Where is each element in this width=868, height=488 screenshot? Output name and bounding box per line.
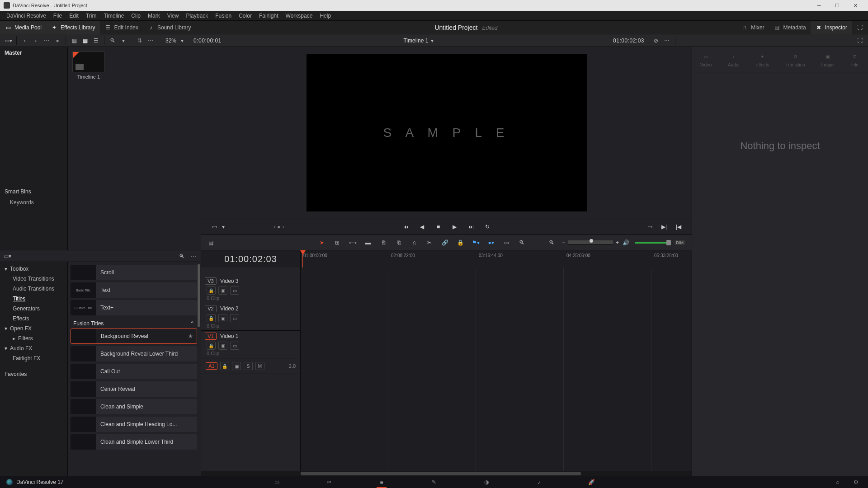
clip-timeline1[interactable]: Timeline 1 [72, 52, 105, 80]
viewer-timecode[interactable]: 01:00:02:03 [613, 38, 644, 44]
title-text[interactable]: Basic TitleText [71, 282, 197, 298]
fx-scrollbar[interactable] [198, 264, 200, 327]
expand-inspector-icon[interactable]: ⛶ [855, 36, 864, 45]
timeline-zoom-slider[interactable]: −+ [562, 239, 619, 246]
title-clean-simple-lt[interactable]: Clean and Simple Lower Third [71, 434, 197, 450]
settings-button[interactable]: ⚙ [850, 478, 862, 487]
dynamic-trim-icon[interactable]: ⟷ [348, 238, 358, 248]
timeline-ruler[interactable]: 01:00:00:00 02:08:22:00 03:16:44:00 04:2… [301, 250, 692, 267]
timeline-tracks-area[interactable] [301, 267, 692, 471]
lock-icon[interactable]: 🔒 [455, 238, 465, 248]
metadata-view-icon[interactable]: ▦ [70, 36, 79, 45]
master-bin[interactable]: Master [0, 47, 67, 59]
options-icon[interactable]: ⋯ [146, 36, 155, 45]
favorites-header[interactable]: Favorites [0, 368, 67, 380]
record-icon[interactable]: ● [53, 36, 62, 45]
auto-select-icon[interactable]: ▣ [232, 362, 241, 370]
volume-slider[interactable] [635, 242, 671, 244]
maximize-button[interactable]: ☐ [828, 0, 846, 11]
snap-icon[interactable]: ▭ [501, 238, 511, 248]
viewer-options-icon[interactable]: ⋯ [662, 36, 671, 45]
ellipsis-icon[interactable]: ⋯ [42, 36, 51, 45]
effects-node[interactable]: Effects [0, 314, 67, 324]
play-button[interactable]: ▶ [450, 222, 460, 232]
menu-fairlight[interactable]: Fairlight [255, 13, 282, 19]
edit-index-toggle[interactable]: ☰ Edit Index [100, 21, 143, 34]
chevron-down-icon[interactable]: ▾ [222, 224, 225, 230]
disable-icon[interactable]: ▭ [230, 314, 239, 322]
menu-workspace[interactable]: Workspace [282, 13, 316, 19]
lock-icon[interactable]: 🔒 [207, 342, 216, 350]
page-color[interactable]: ◑ [481, 478, 492, 487]
open-fx-node[interactable]: ▾Open FX [0, 324, 67, 333]
timeline-timecode[interactable]: 01:00:02:03 [201, 250, 301, 267]
trim-tool-icon[interactable]: ⊞ [332, 238, 342, 248]
menu-color[interactable]: Color [235, 13, 255, 19]
inspector-tab-video[interactable]: ▭Video [700, 52, 712, 67]
page-fusion[interactable]: ✎ [428, 478, 440, 487]
page-fairlight[interactable]: ♪ [533, 478, 545, 487]
match-icon[interactable]: ▭ [645, 222, 655, 232]
sound-library-toggle[interactable]: ♪ Sound Library [143, 21, 196, 34]
insert-icon[interactable]: ⎘ [378, 238, 388, 248]
nav-fwd-icon[interactable]: › [31, 36, 40, 45]
page-media[interactable]: ▭ [271, 478, 283, 487]
title-scroll[interactable]: Scroll [71, 265, 197, 280]
lock-icon[interactable]: 🔒 [207, 286, 216, 295]
auto-select-icon[interactable]: ▣ [218, 286, 227, 295]
razor-icon[interactable]: ✂ [425, 238, 434, 248]
dim-button[interactable]: DIM [675, 240, 686, 245]
track-v3[interactable]: V3Video 3 🔒▣▭ 0 Clip [201, 276, 300, 303]
title-clean-simple[interactable]: Clean and Simple [71, 399, 197, 414]
bypass-icon[interactable]: ⊘ [651, 36, 660, 45]
inspector-tab-audio[interactable]: ♪Audio [728, 52, 740, 67]
fx-options-icon[interactable]: ⋯ [189, 252, 198, 261]
viewer-canvas[interactable]: S A M P L E [307, 54, 587, 211]
menu-file[interactable]: File [50, 13, 66, 19]
last-frame-button[interactable]: ⏭ [466, 222, 476, 232]
page-cut[interactable]: ✂ [323, 478, 335, 487]
star-icon[interactable]: ★ [188, 333, 193, 339]
replace-icon[interactable]: ⎌ [409, 238, 419, 248]
inspector-tab-effects[interactable]: ✦Effects [755, 52, 769, 67]
zoom-tool-icon[interactable]: 🔍︎ [517, 238, 527, 248]
page-edit[interactable]: ≡ [376, 478, 387, 487]
inspector-tab-transition[interactable]: ⧉Transition [785, 52, 805, 67]
metadata-toggle[interactable]: ▤ Metadata [769, 21, 811, 34]
title-background-reveal[interactable]: Background Reveal★ [71, 328, 197, 344]
in-icon[interactable]: |◀ [674, 222, 684, 232]
home-button[interactable]: ⌂ [832, 478, 844, 487]
toolbox-node[interactable]: ▾Toolbox [0, 264, 67, 274]
timeline-view-icon[interactable]: ▤ [206, 238, 216, 248]
effects-library-toggle[interactable]: ✦ Effects Library [46, 21, 99, 34]
video-transitions-node[interactable]: Video Transitions [0, 274, 67, 284]
menu-edit[interactable]: Edit [66, 13, 82, 19]
menu-trim[interactable]: Trim [82, 13, 100, 19]
fullscreen-button[interactable]: ⛶ [852, 21, 868, 34]
lock-icon[interactable]: 🔒 [207, 314, 216, 322]
track-v2[interactable]: V2Video 2 🔒▣▭ 0 Clip [201, 303, 300, 331]
inspector-tab-image[interactable]: ▣Image [821, 52, 834, 67]
timeline-name[interactable]: Timeline 1 [403, 38, 428, 44]
close-button[interactable]: ✕ [846, 0, 864, 11]
title-call-out[interactable]: Call Out [71, 364, 197, 379]
next-marker-icon[interactable]: › [282, 224, 284, 230]
sort-icon[interactable]: ⇅ [135, 36, 144, 45]
track-a1[interactable]: A1 🔒 ▣ S M 2.0 [201, 358, 300, 374]
smart-bins-header[interactable]: Smart Bins [0, 186, 67, 197]
zoom-out-icon[interactable]: 🔍︎ [547, 238, 557, 248]
title-center-reveal[interactable]: Center Reveal [71, 381, 197, 397]
media-pool-clips[interactable]: Timeline 1 [68, 47, 201, 250]
mute-button[interactable]: M [255, 362, 264, 370]
thumb-view-icon[interactable]: ▦ [80, 36, 90, 45]
speaker-icon[interactable]: 🔊 [621, 238, 631, 248]
viewer-zoom[interactable]: 32% [163, 38, 179, 44]
zoom-drop-icon[interactable]: ▾ [181, 38, 184, 44]
blade-tool-icon[interactable]: ▬ [363, 238, 373, 248]
menu-clip[interactable]: Clip [127, 13, 144, 19]
fairlight-fx-node[interactable]: Fairlight FX [0, 353, 67, 363]
loop-button[interactable]: ↻ [482, 222, 492, 232]
inspector-toggle[interactable]: ✖ Inspector [811, 21, 852, 34]
titles-node[interactable]: Titles [0, 294, 67, 304]
out-icon[interactable]: ▶| [659, 222, 669, 232]
